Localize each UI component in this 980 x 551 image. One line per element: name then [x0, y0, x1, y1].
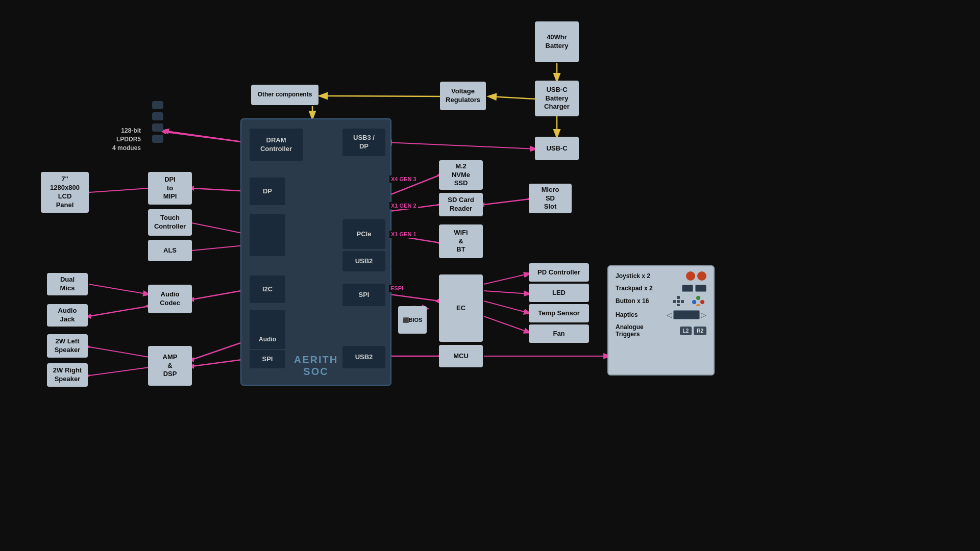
- soc-inner-1: [250, 214, 285, 256]
- connection-arrows: [0, 0, 980, 551]
- dpad-icon: [673, 296, 689, 306]
- soc-label: AERITHSOC: [241, 354, 390, 378]
- espi-label: ESPI: [389, 285, 405, 292]
- svg-line-24: [89, 347, 149, 357]
- audio-block: Audio: [250, 331, 285, 349]
- haptics-bar-icon: [673, 310, 700, 319]
- m2-nvme-block: M.2NVMeSSD: [439, 160, 483, 190]
- dual-mics-block: DualMics: [47, 273, 88, 295]
- svg-line-8: [163, 132, 249, 143]
- voltage-regulators-block: VoltageRegulators: [440, 82, 486, 110]
- joystick-left-icon: [686, 271, 695, 281]
- usb3-dp-block: USB3 /DP: [342, 129, 385, 156]
- pd-controller-block: PD Controller: [529, 263, 589, 282]
- i2c-block: I2C: [250, 276, 285, 303]
- svg-rect-60: [677, 304, 680, 306]
- left-speaker-block: 2W LeftSpeaker: [47, 334, 88, 358]
- x1gen2-label: X1 GEN 2: [389, 202, 418, 209]
- svg-rect-59: [681, 300, 684, 303]
- svg-point-61: [696, 296, 700, 300]
- button-label: Button x 16: [616, 297, 649, 305]
- svg-rect-57: [673, 300, 676, 303]
- svg-line-6: [163, 131, 250, 143]
- x4gen3-label: X4 GEN 3: [389, 176, 418, 183]
- svg-line-3: [320, 96, 443, 96]
- l2-button: L2: [680, 327, 692, 335]
- svg-line-46: [484, 291, 530, 294]
- svg-line-47: [484, 301, 530, 313]
- wifi-bt-block: WiFi&BT: [439, 224, 483, 258]
- spi-mid-block: SPI: [342, 284, 385, 306]
- abxy-icon: [690, 296, 706, 306]
- svg-rect-58: [677, 300, 680, 303]
- analogue-triggers-row: AnalogueTriggers L2 R2: [616, 323, 706, 338]
- bios-block: ⬛ BIOS: [398, 306, 427, 334]
- other-components-block: Other components: [251, 85, 318, 105]
- svg-rect-56: [677, 296, 680, 299]
- x1gen1-label: X1 GEN 1: [389, 231, 418, 238]
- trackpad-label: Trackpad x 2: [616, 285, 653, 292]
- svg-line-45: [484, 273, 530, 284]
- dram-controller-block: DRAMController: [250, 129, 303, 161]
- ram-module-4: [152, 135, 163, 143]
- audio-codec-block: AudioCodec: [148, 285, 192, 313]
- als-block: ALS: [148, 240, 192, 261]
- ec-block: EC: [439, 274, 483, 342]
- joystick-label: Joystick x 2: [616, 272, 650, 280]
- svg-line-25: [89, 367, 149, 375]
- trackpad-right-icon: [695, 285, 706, 292]
- right-speaker-block: 2W RightSpeaker: [47, 363, 88, 387]
- usbc-block: USB-C: [535, 137, 579, 160]
- temp-sensor-block: Temp Sensor: [529, 304, 589, 322]
- svg-line-17: [89, 284, 149, 294]
- r2-button: R2: [694, 327, 706, 335]
- haptics-right-icon: ▷: [701, 311, 706, 319]
- battery-block: 40WhrBattery: [535, 21, 579, 62]
- ram-module-2: [152, 112, 163, 120]
- ram-label: 128-bitLPDDR54 modues: [112, 127, 141, 152]
- ram-module-1: [152, 101, 163, 109]
- soc-block: DRAMController DP I2C Audio SPI USB3 /DP…: [240, 118, 391, 386]
- svg-point-64: [696, 304, 700, 306]
- svg-line-18: [89, 306, 149, 316]
- controller-panel: Joystick x 2 Trackpad x 2 Button x 16: [607, 265, 715, 375]
- svg-line-5: [386, 142, 536, 149]
- svg-line-11: [89, 188, 149, 192]
- mcu-block: MCU: [439, 345, 483, 367]
- svg-point-62: [692, 300, 696, 304]
- svg-line-41: [484, 199, 530, 205]
- ram-module-3: [152, 123, 163, 132]
- audio-jack-block: AudioJack: [47, 304, 88, 327]
- trigger-icons: L2 R2: [680, 327, 706, 335]
- svg-line-2: [489, 96, 536, 99]
- usbc-charger-block: USB-CBatteryCharger: [535, 81, 579, 116]
- trackpad-icons: [682, 285, 706, 292]
- joystick-icons: [686, 271, 706, 281]
- lcd-panel-block: 7"1280x800LCDPanel: [41, 172, 89, 213]
- haptics-row: Haptics ◁ ▷: [616, 310, 706, 319]
- usb2-top-block: USB2: [342, 251, 385, 271]
- haptics-icons: ◁ ▷: [667, 310, 706, 319]
- led-block: LED: [529, 284, 589, 302]
- button-icons: [673, 296, 706, 306]
- button-row: Button x 16: [616, 296, 706, 306]
- svg-line-48: [484, 316, 530, 333]
- dpi-mipi-block: DPItoMIPI: [148, 172, 192, 205]
- haptics-left-icon: ◁: [667, 311, 672, 319]
- amp-dsp-block: AMP&DSP: [148, 346, 192, 386]
- svg-point-63: [700, 300, 704, 304]
- joystick-right-icon: [697, 271, 706, 281]
- pcie-block: PCIe: [342, 219, 385, 249]
- micro-sd-slot-block: MicroSDSlot: [529, 184, 572, 213]
- trackpad-left-icon: [682, 285, 693, 292]
- analogue-triggers-label: AnalogueTriggers: [616, 323, 644, 338]
- trackpad-row: Trackpad x 2: [616, 285, 706, 292]
- haptics-label: Haptics: [616, 311, 638, 318]
- sd-card-reader-block: SD CardReader: [439, 193, 483, 216]
- block-diagram: 128-bitLPDDR54 modues Other components V…: [0, 0, 980, 551]
- svg-line-49: [386, 294, 439, 301]
- dp-block: DP: [250, 178, 285, 205]
- svg-line-7: [163, 131, 250, 143]
- fan-block: Fan: [529, 324, 589, 343]
- joystick-row: Joystick x 2: [616, 271, 706, 281]
